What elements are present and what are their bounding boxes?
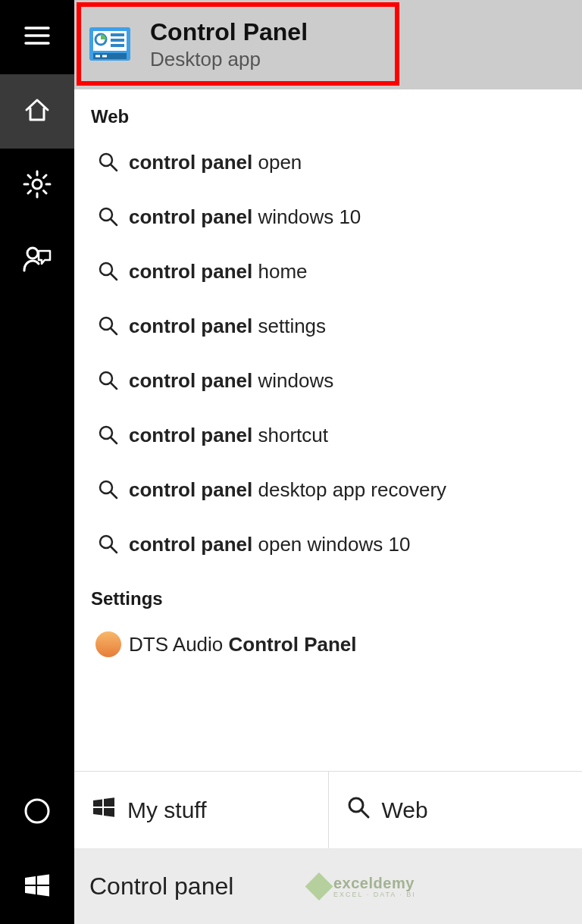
svg-rect-22: [111, 39, 124, 42]
watermark: exceldemy EXCEL · DATA · BI: [309, 875, 416, 898]
best-match-subtitle: Desktop app: [150, 48, 308, 71]
svg-rect-23: [111, 44, 124, 47]
home-button[interactable]: [0, 74, 74, 149]
result-text: control panel windows 10: [129, 205, 361, 229]
svg-line-42: [111, 547, 117, 553]
feedback-button[interactable]: [0, 223, 74, 297]
search-icon: [91, 369, 126, 392]
settings-section-label: Settings: [74, 572, 582, 617]
svg-line-48: [361, 810, 368, 817]
svg-line-34: [111, 328, 117, 334]
web-result-item[interactable]: control panel windows: [74, 353, 582, 408]
gear-icon: [22, 169, 52, 202]
dts-audio-icon: [91, 631, 126, 657]
svg-line-38: [111, 437, 117, 443]
svg-marker-46: [104, 808, 114, 817]
web-result-item[interactable]: control panel desktop app recovery: [74, 462, 582, 517]
svg-rect-26: [102, 55, 107, 58]
svg-line-36: [111, 383, 117, 389]
search-results-panel: Control Panel Desktop app Web control pa…: [74, 0, 582, 924]
mystuff-tab-label: My stuff: [127, 797, 206, 823]
svg-marker-44: [104, 797, 114, 807]
start-sidebar: [0, 0, 74, 924]
cortana-circle-icon: [22, 796, 52, 829]
feedback-person-icon: [22, 243, 52, 277]
svg-line-40: [111, 492, 117, 498]
result-text: control panel home: [129, 260, 308, 283]
search-scope-tabs: My stuff Web: [74, 771, 582, 848]
svg-line-30: [111, 219, 117, 225]
svg-line-10: [28, 191, 31, 194]
result-text: control panel shortcut: [129, 424, 328, 447]
search-input-row: exceldemy EXCEL · DATA · BI: [74, 848, 582, 924]
svg-marker-14: [25, 876, 36, 885]
search-icon: [91, 424, 126, 446]
search-icon: [91, 151, 126, 174]
svg-marker-15: [37, 875, 49, 885]
search-icon: [91, 315, 126, 337]
web-result-item[interactable]: control panel shortcut: [74, 408, 582, 462]
result-text: control panel settings: [129, 315, 326, 338]
web-result-item[interactable]: control panel windows 10: [74, 189, 582, 244]
result-text: control panel windows: [129, 369, 333, 393]
web-result-item[interactable]: control panel open windows 10: [74, 517, 582, 572]
result-text: DTS Audio Control Panel: [129, 633, 357, 656]
mystuff-tab[interactable]: My stuff: [74, 772, 328, 848]
control-panel-icon: [88, 23, 132, 67]
windows-logo-icon: [22, 870, 52, 904]
web-result-item[interactable]: control panel settings: [74, 299, 582, 353]
svg-point-12: [27, 248, 38, 258]
svg-point-3: [33, 180, 42, 189]
web-result-item[interactable]: control panel open: [74, 135, 582, 189]
watermark-logo-icon: [305, 872, 333, 901]
web-tab[interactable]: Web: [328, 772, 583, 848]
watermark-brand: exceldemy: [333, 875, 416, 892]
settings-result-item[interactable]: DTS Audio Control Panel: [74, 617, 582, 672]
web-tab-label: Web: [382, 797, 428, 823]
search-icon: [91, 478, 126, 501]
search-icon: [91, 533, 126, 556]
web-section-label: Web: [74, 89, 582, 135]
search-icon: [91, 260, 126, 283]
svg-line-32: [111, 274, 117, 280]
svg-rect-21: [111, 33, 124, 36]
svg-marker-16: [25, 886, 36, 894]
svg-line-11: [44, 175, 47, 178]
svg-marker-17: [37, 886, 49, 897]
svg-marker-45: [93, 808, 102, 816]
result-text: control panel desktop app recovery: [129, 478, 446, 502]
watermark-tagline: EXCEL · DATA · BI: [333, 891, 416, 898]
svg-point-13: [26, 800, 48, 822]
search-icon: [346, 794, 382, 825]
windows-small-icon: [91, 794, 127, 825]
hamburger-icon: [22, 20, 52, 54]
svg-line-9: [44, 191, 47, 194]
hamburger-menu-button[interactable]: [0, 0, 74, 74]
settings-button[interactable]: [0, 149, 74, 223]
svg-rect-25: [95, 55, 100, 58]
result-text: control panel open windows 10: [129, 533, 410, 556]
search-icon: [91, 205, 126, 228]
best-match-title: Control Panel: [150, 18, 308, 46]
svg-line-28: [111, 164, 117, 171]
home-icon: [22, 95, 52, 128]
cortana-button[interactable]: [0, 775, 74, 850]
web-result-item[interactable]: control panel home: [74, 244, 582, 299]
windows-start-button[interactable]: [0, 850, 74, 924]
svg-marker-43: [93, 799, 102, 807]
best-match-result[interactable]: Control Panel Desktop app: [74, 0, 582, 89]
result-text: control panel open: [129, 151, 302, 174]
svg-line-8: [28, 175, 31, 178]
